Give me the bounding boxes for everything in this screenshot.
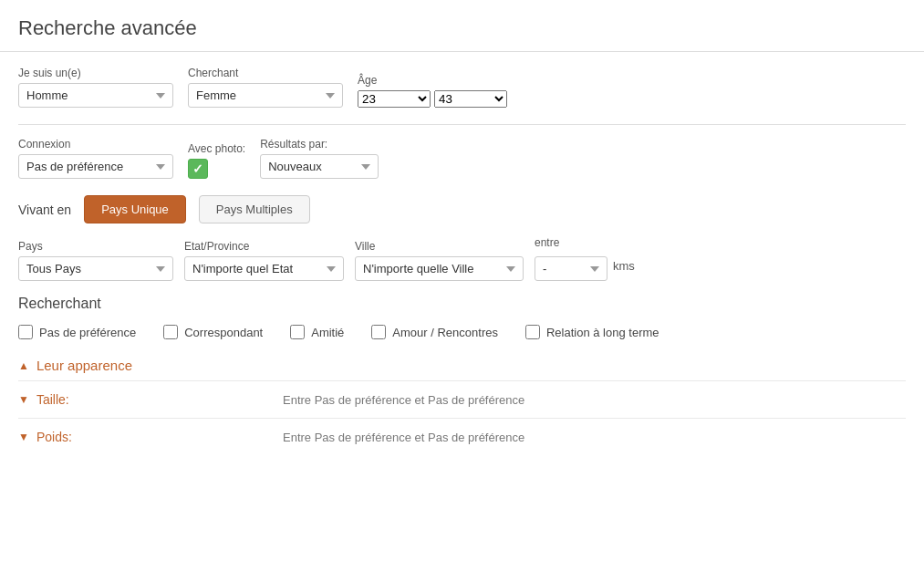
kms-label: kms [613, 259, 635, 278]
recherchant-section: Recherchant Pas de préférence Correspond… [18, 296, 906, 339]
group-je-suis: Je suis un(e) Homme Femme [18, 67, 173, 108]
check-correspondant[interactable]: Correspondant [163, 325, 263, 339]
leur-apparence-title[interactable]: ▲ Leur apparence [18, 358, 906, 373]
check-amitie[interactable]: Amitié [290, 325, 344, 339]
connexion-label: Connexion [18, 138, 173, 151]
group-resultats: Résultats par: Nouveaux Anciens Récents [260, 138, 379, 179]
ville-label: Ville [355, 240, 524, 253]
check-pas-preference-label: Pas de préférence [39, 326, 136, 339]
entre-row: - 5 10 25 50 100 kms [535, 256, 635, 281]
cherchant-label: Cherchant [188, 67, 343, 79]
taille-label-row[interactable]: ▼ Taille: [18, 392, 283, 407]
recherchant-row: Pas de préférence Correspondant Amitié A… [18, 325, 906, 339]
taille-subsection: ▼ Taille: Entre Pas de préférence et Pas… [18, 380, 906, 418]
resultats-select[interactable]: Nouveaux Anciens Récents [260, 154, 379, 179]
page-header: Recherche avancée [0, 0, 924, 52]
vivant-en-section: Vivant en Pays Unique Pays Multiples Pay… [18, 195, 906, 281]
entre-select[interactable]: - 5 10 25 50 100 [535, 256, 607, 281]
recherchant-title: Recherchant [18, 296, 906, 312]
group-avec-photo: Avec photo: ✓ [188, 142, 245, 179]
check-relation-label: Relation à long terme [546, 326, 659, 339]
age-label: Âge [358, 74, 507, 87]
chevron-down-poids-icon: ▼ [18, 431, 29, 443]
divider-1 [18, 124, 906, 125]
resultats-label: Résultats par: [260, 138, 379, 151]
btn-pays-unique[interactable]: Pays Unique [84, 195, 186, 223]
age-max-select[interactable]: 43 3035404550 [434, 90, 507, 108]
age-inputs: 23 1819202122 2425 43 3035404550 [358, 90, 507, 108]
row-identity: Je suis un(e) Homme Femme Cherchant Femm… [18, 67, 906, 108]
check-relation[interactable]: Relation à long terme [525, 325, 659, 339]
check-amour-label: Amour / Rencontres [392, 326, 498, 339]
taille-label: Taille: [36, 392, 69, 407]
checkbox-pas-preference[interactable] [18, 325, 33, 339]
avec-photo-label: Avec photo: [188, 142, 245, 155]
chevron-up-icon: ▲ [18, 359, 29, 372]
vivant-en-header: Vivant en Pays Unique Pays Multiples [18, 195, 906, 223]
chevron-down-taille-icon: ▼ [18, 393, 29, 406]
check-correspondant-label: Correspondant [184, 326, 263, 339]
checkbox-amour[interactable] [371, 325, 386, 339]
group-entre: entre - 5 10 25 50 100 kms [535, 236, 635, 281]
ville-select[interactable]: N'importe quelle Ville [355, 256, 524, 281]
page-container: Recherche avancée Je suis un(e) Homme Fe… [0, 0, 924, 561]
connexion-select[interactable]: Pas de préférence En ligne Récemment [18, 154, 173, 179]
checkbox-relation[interactable] [525, 325, 540, 339]
check-pas-preference[interactable]: Pas de préférence [18, 325, 136, 339]
checkbox-correspondant[interactable] [163, 325, 178, 339]
page-title: Recherche avancée [18, 16, 906, 40]
check-amour[interactable]: Amour / Rencontres [371, 325, 498, 339]
etat-label: Etat/Province [184, 240, 344, 253]
btn-pays-multiples[interactable]: Pays Multiples [199, 195, 310, 223]
group-age: Âge 23 1819202122 2425 43 3035404550 [358, 74, 507, 108]
etat-select[interactable]: N'importe quel Etat [184, 256, 344, 281]
leur-apparence-label: Leur apparence [36, 358, 132, 373]
poids-label-row[interactable]: ▼ Poids: [18, 430, 283, 444]
poids-subsection: ▼ Poids: Entre Pas de préférence et Pas … [18, 418, 906, 455]
check-amitie-label: Amitié [311, 326, 344, 339]
leur-apparence-section: ▲ Leur apparence ▼ Taille: Entre Pas de … [18, 358, 906, 455]
poids-value: Entre Pas de préférence et Pas de préfér… [283, 431, 524, 444]
pays-select[interactable]: Tous Pays France Belgique Maroc [18, 256, 173, 281]
row-connexion: Connexion Pas de préférence En ligne Réc… [18, 138, 906, 179]
taille-value: Entre Pas de préférence et Pas de préfér… [283, 393, 524, 407]
entre-label: entre [535, 236, 635, 249]
poids-label: Poids: [36, 430, 72, 444]
location-row: Pays Tous Pays France Belgique Maroc Eta… [18, 236, 906, 281]
checkbox-amitie[interactable] [290, 325, 305, 339]
group-pays: Pays Tous Pays France Belgique Maroc [18, 240, 173, 281]
group-connexion: Connexion Pas de préférence En ligne Réc… [18, 138, 173, 179]
pays-label: Pays [18, 240, 173, 253]
checkmark-icon: ✓ [192, 162, 203, 175]
main-content: Je suis un(e) Homme Femme Cherchant Femm… [0, 52, 924, 470]
group-cherchant: Cherchant Femme Homme [188, 67, 343, 108]
je-suis-label: Je suis un(e) [18, 67, 173, 79]
group-ville: Ville N'importe quelle Ville [355, 240, 524, 281]
group-etat: Etat/Province N'importe quel Etat [184, 240, 344, 281]
je-suis-select[interactable]: Homme Femme [18, 83, 173, 108]
cherchant-select[interactable]: Femme Homme [188, 83, 343, 108]
vivant-en-label: Vivant en [18, 203, 71, 217]
avec-photo-checkbox[interactable]: ✓ [188, 159, 208, 179]
age-min-select[interactable]: 23 1819202122 2425 [358, 90, 431, 108]
